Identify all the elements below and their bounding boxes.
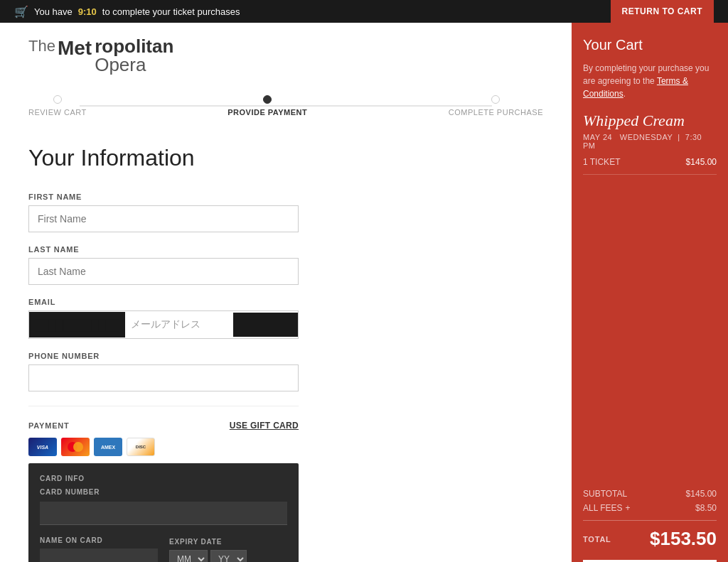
email-input-container: ████████████ メールアドレス ██████ bbox=[28, 310, 299, 339]
card-info-box: CARD INFO CARD NUMBER NAME ON CARD EXPIR… bbox=[28, 463, 299, 562]
expiry-row: MM YY bbox=[169, 550, 287, 562]
step-dot-complete bbox=[491, 95, 500, 104]
step-label-complete: COMPLETE PURCHASE bbox=[449, 108, 543, 117]
amex-icon: AMEX bbox=[94, 438, 122, 456]
step-payment: PROVIDE PAYMENT bbox=[228, 95, 307, 117]
logo-met: Met bbox=[58, 37, 92, 60]
sidebar-agree-text: By completing your purchase you are agre… bbox=[583, 62, 717, 100]
step-dot-review bbox=[53, 95, 62, 104]
timer-suffix: to complete your ticket purchases bbox=[102, 6, 240, 17]
section-divider bbox=[28, 406, 299, 406]
cart-icon: 🛒 bbox=[14, 5, 28, 18]
name-on-card-input[interactable] bbox=[40, 549, 158, 562]
total-label: TOTAL bbox=[583, 535, 611, 544]
expiry-mm-select[interactable]: MM bbox=[169, 550, 208, 562]
logo-opera: Opera bbox=[95, 55, 173, 74]
name-on-card-label: NAME ON CARD bbox=[40, 536, 158, 544]
first-name-label: FIRST NAME bbox=[28, 193, 543, 201]
ticket-price: $145.00 bbox=[686, 157, 717, 167]
step-label-review: REVIEW CART bbox=[28, 108, 87, 117]
card-number-label: CARD NUMBER bbox=[40, 488, 287, 496]
expiry-yy-select[interactable]: YY bbox=[210, 550, 247, 562]
name-on-card-field: NAME ON CARD bbox=[40, 536, 158, 562]
card-number-input[interactable] bbox=[40, 502, 287, 525]
step-complete: COMPLETE PURCHASE bbox=[449, 95, 543, 117]
top-bar: 🛒 You have 9:10 to complete your ticket … bbox=[0, 0, 728, 23]
email-label: EMAIL bbox=[28, 298, 543, 306]
logo: The Met ropolitan Opera bbox=[28, 37, 543, 74]
step-dot-payment bbox=[263, 95, 272, 104]
expiry-field: EXPIRY DATE MM YY bbox=[169, 538, 287, 562]
timer-section: 🛒 You have 9:10 to complete your ticket … bbox=[14, 5, 240, 18]
fees-value: $8.50 bbox=[695, 503, 717, 513]
ticket-row: 1 TICKET $145.00 bbox=[583, 157, 717, 175]
show-date: MAY 24 WEDNESDAY | 7:30 PM bbox=[583, 133, 717, 150]
sidebar: Your Cart By completing your purchase yo… bbox=[572, 23, 728, 562]
card-icons-row: VISA AMEX DISC bbox=[28, 438, 543, 456]
progress-bar: REVIEW CART PROVIDE PAYMENT COMPLETE PUR… bbox=[28, 88, 543, 124]
last-name-input[interactable] bbox=[28, 258, 299, 285]
show-title: Whipped Cream bbox=[583, 112, 717, 130]
payment-label: PAYMENT bbox=[28, 421, 70, 430]
timer-value: 9:10 bbox=[78, 6, 97, 17]
email-group: EMAIL ████████████ メールアドレス ██████ bbox=[28, 298, 543, 339]
total-amount: $153.50 bbox=[650, 528, 717, 550]
visa-icon: VISA bbox=[28, 438, 57, 456]
content-area: The Met ropolitan Opera REVIEW CART PROV… bbox=[0, 23, 572, 562]
sidebar-title: Your Cart bbox=[583, 37, 717, 53]
email-badge: ██████ bbox=[233, 313, 298, 337]
discover-icon: DISC bbox=[127, 438, 155, 456]
email-placeholder-text: メールアドレス bbox=[125, 311, 233, 338]
page-title: Your Information bbox=[28, 145, 543, 171]
logo-the: The bbox=[28, 37, 55, 55]
logo-ropolitan: ropolitan bbox=[95, 37, 173, 55]
fees-row: ALL FEES + $8.50 bbox=[583, 503, 717, 521]
subtotal-row: SUBTOTAL $145.00 bbox=[583, 489, 717, 499]
fees-label: ALL FEES + bbox=[583, 503, 631, 513]
card-info-label: CARD INFO bbox=[40, 475, 287, 482]
step-label-payment: PROVIDE PAYMENT bbox=[228, 108, 307, 117]
last-name-label: LAST NAME bbox=[28, 245, 543, 254]
timer-prefix: You have bbox=[34, 6, 73, 17]
phone-input[interactable] bbox=[28, 364, 299, 391]
subtotal-value: $145.00 bbox=[686, 489, 717, 499]
phone-label: PHONE NUMBER bbox=[28, 352, 543, 360]
card-bottom-row: NAME ON CARD EXPIRY DATE MM YY bbox=[40, 536, 287, 562]
payment-header: PAYMENT USE GIFT CARD bbox=[28, 421, 299, 431]
subtotal-label: SUBTOTAL bbox=[583, 489, 627, 499]
sidebar-spacer bbox=[583, 182, 717, 489]
use-gift-card-link[interactable]: USE GIFT CARD bbox=[230, 421, 299, 431]
mastercard-icon bbox=[61, 438, 90, 456]
email-redacted-block: ████████████ bbox=[29, 312, 125, 337]
phone-group: PHONE NUMBER bbox=[28, 352, 543, 391]
svg-point-1 bbox=[73, 442, 83, 452]
total-row: TOTAL $153.50 bbox=[583, 528, 717, 550]
return-to-cart-button[interactable]: RETURN TO CART bbox=[611, 0, 714, 23]
main-layout: The Met ropolitan Opera REVIEW CART PROV… bbox=[0, 23, 728, 562]
expiry-label: EXPIRY DATE bbox=[169, 538, 287, 546]
last-name-group: LAST NAME bbox=[28, 245, 543, 285]
first-name-input[interactable] bbox=[28, 205, 299, 232]
step-review: REVIEW CART bbox=[28, 95, 87, 117]
payment-section: PAYMENT USE GIFT CARD VISA AMEX DISC CAR… bbox=[28, 421, 543, 562]
ticket-count: 1 TICKET bbox=[583, 157, 620, 167]
first-name-group: FIRST NAME bbox=[28, 193, 543, 232]
